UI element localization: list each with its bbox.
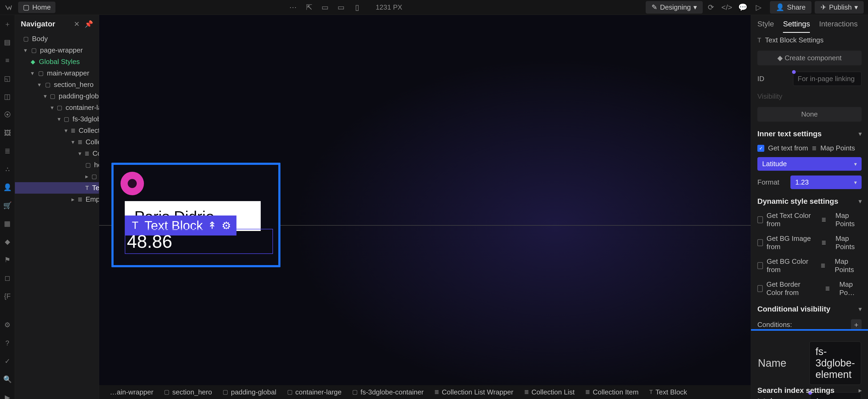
crumb[interactable]: …ain-wrapper [105, 388, 158, 396]
tree-row-collection-list[interactable]: ▾≣Collection … [15, 136, 99, 148]
audit-icon[interactable]: ⚑ [4, 256, 11, 264]
pin-icon[interactable]: 📌 [85, 20, 93, 28]
users-rail-icon[interactable]: ⛬ [4, 165, 11, 173]
component-icon: ◆ [777, 54, 784, 62]
visibility-label: Visibility [757, 92, 789, 100]
tab-interactions[interactable]: Interactions [819, 20, 858, 33]
search-icon[interactable]: 🔍 [4, 375, 11, 383]
crumb[interactable]: ≣Collection Item [581, 388, 643, 396]
navigator-tree: ▢Body ▾▢page-wrapper ◆Global Styles ▾▢ma… [15, 33, 99, 399]
chevron-down-icon: ▾ [693, 3, 697, 11]
help-icon[interactable]: ? [4, 339, 11, 347]
ecommerce-icon[interactable]: 🛒 [4, 202, 11, 209]
selected-collection-item[interactable]: Paris Didrio T Text Block ↟ ⚙ 48.86 [112, 163, 280, 267]
share-button[interactable]: 👤 Share [770, 1, 811, 13]
tree-row-global-styles[interactable]: ◆Global Styles [15, 56, 99, 67]
database-icon: ≣ [822, 216, 826, 223]
chevron-down-icon[interactable]: ▾ [859, 198, 862, 205]
image-icon[interactable]: 🖼 [4, 129, 11, 136]
rocket-icon: ✈ [820, 3, 827, 11]
tree-row-body[interactable]: ▢Body [15, 33, 99, 44]
none-button[interactable]: None [757, 107, 862, 122]
crumb[interactable]: ▢container-large [283, 388, 346, 396]
crumb[interactable]: ≣Collection List Wrapper [430, 388, 518, 396]
tree-row-section-hero[interactable]: ▾▢section_hero [15, 79, 99, 90]
tablet-icon[interactable]: ▭ [317, 3, 333, 12]
apps-icon[interactable]: ▦ [4, 220, 11, 227]
tree-row-hero-1[interactable]: ▢hero_r… [15, 159, 99, 171]
user-icon[interactable]: 👤 [4, 184, 11, 191]
logic-icon[interactable]: ◆ [4, 238, 11, 245]
bg-color-checkbox[interactable] [757, 262, 763, 269]
check-icon[interactable]: ✓ [4, 358, 11, 365]
tree-row-collection-list-wrapper[interactable]: ▾≣Collection Lis… [15, 125, 99, 136]
field-select[interactable]: Latitude▾ [757, 157, 862, 171]
cms-icon[interactable]: ≣ [4, 147, 11, 155]
navigator-panel: Navigator ✕ 📌 ▢Body ▾▢page-wrapper ◆Glob… [15, 15, 99, 399]
format-label: Format [757, 178, 787, 186]
crumb[interactable]: ▢padding-global [218, 388, 281, 396]
text-color-checkbox[interactable] [757, 216, 763, 223]
tab-settings[interactable]: Settings [783, 20, 810, 33]
add-icon[interactable]: ＋ [4, 20, 11, 28]
box-icon[interactable]: ◻ [4, 274, 11, 282]
chevron-down-icon: ▾ [854, 161, 857, 167]
crumb[interactable]: ≣Collection List [520, 388, 579, 396]
desktop-icon[interactable]: ▭ [333, 3, 349, 12]
crumb[interactable]: TText Block [645, 388, 691, 396]
tree-row-collection-item[interactable]: ▾≣Collectio… [15, 148, 99, 159]
video-icon[interactable]: ▶ [4, 394, 11, 399]
tree-row-text-block[interactable]: TText B… [15, 182, 99, 194]
bg-image-checkbox[interactable] [757, 239, 763, 246]
database-icon: ≣ [825, 285, 830, 292]
id-label: ID [757, 75, 789, 83]
layers-icon[interactable]: ≡ [4, 57, 11, 64]
format-select[interactable]: 1.23▾ [790, 176, 862, 189]
tree-row-container-large[interactable]: ▾▢container-large [15, 102, 99, 113]
text-block-selected[interactable]: 48.86 [125, 229, 273, 254]
tree-row-padding-global[interactable]: ▾▢padding-global [15, 90, 99, 102]
tree-row-main-wrapper[interactable]: ▾▢main-wrapper [15, 67, 99, 79]
close-icon[interactable]: ✕ [74, 20, 80, 28]
border-color-checkbox[interactable] [757, 285, 763, 292]
tree-row-empty-state[interactable]: ▸≣Empty Stat… [15, 194, 99, 205]
comment-icon[interactable]: 💬 [735, 3, 751, 12]
tree-row-page-wrapper[interactable]: ▾▢page-wrapper [15, 44, 99, 56]
webflow-logo-icon[interactable] [4, 3, 13, 12]
crumb[interactable]: ▢fs-3dglobe-container [348, 388, 428, 396]
publish-button[interactable]: ✈ Publish ▾ [815, 1, 864, 13]
mobile-icon[interactable]: ▯ [349, 3, 365, 12]
tab-style[interactable]: Style [757, 20, 774, 33]
finsweet-icon[interactable]: {F [4, 292, 11, 300]
variables-icon[interactable]: ⦿ [4, 111, 11, 118]
sync-icon[interactable]: ⟳ [703, 3, 719, 12]
get-text-checkbox[interactable]: ✓ [757, 145, 764, 152]
assets-icon[interactable]: ◫ [4, 93, 11, 100]
settings-heading: Text Block Settings [765, 36, 824, 44]
binding-indicator-icon [792, 70, 796, 74]
add-condition-button[interactable]: ＋ [851, 319, 862, 330]
id-input[interactable]: For in-page linking [793, 72, 862, 86]
chevron-down-icon[interactable]: ▾ [859, 130, 862, 137]
home-page-button[interactable]: ▢ Home [18, 2, 56, 13]
chevron-right-icon[interactable]: ▸ [859, 387, 862, 394]
designing-mode-button[interactable]: ✎ Designing ▾ [646, 1, 703, 13]
more-icon[interactable]: ⋯ [285, 3, 301, 12]
pages-icon[interactable]: ▤ [4, 38, 11, 46]
tree-row-hero-2[interactable]: ▸▢hero_r… [15, 171, 99, 182]
map-points-label: Map Points [820, 144, 855, 152]
code-icon[interactable]: </> [719, 3, 735, 12]
components-icon[interactable]: ◱ [4, 75, 11, 82]
attr-name-input[interactable]: fs-3dglobe-element [809, 341, 861, 385]
chevron-down-icon: ▾ [854, 179, 857, 186]
create-component-button[interactable]: ◆ Create component [757, 51, 862, 65]
export-icon[interactable]: ⇱ [301, 3, 317, 12]
person-icon: 👤 [776, 3, 784, 11]
tree-row-3dglobe[interactable]: ▾▢fs-3dglobe-con… [15, 113, 99, 125]
play-icon[interactable]: ▷ [751, 3, 767, 12]
crumb[interactable]: ▢section_hero [160, 388, 216, 396]
chevron-down-icon[interactable]: ▾ [859, 306, 862, 313]
panel-tabs: Style Settings Interactions [751, 15, 868, 33]
design-canvas[interactable]: Paris Didrio T Text Block ↟ ⚙ 48.86 …ain… [99, 15, 751, 399]
settings-icon[interactable]: ⚙ [4, 321, 11, 329]
